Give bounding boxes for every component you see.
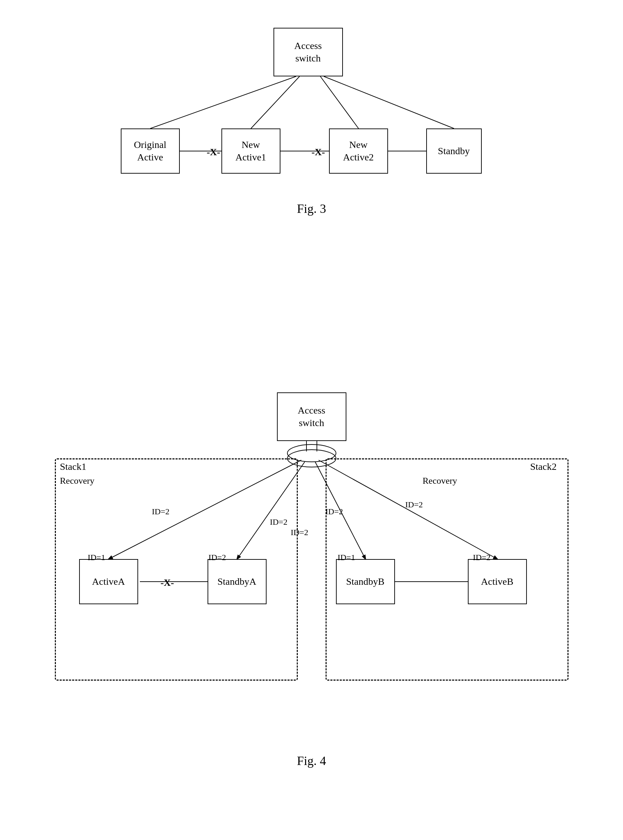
fig3-caption: Fig. 3: [297, 202, 326, 216]
fig3-access-switch-label: Access switch: [294, 40, 322, 65]
fig3-new-active1: New Active1: [221, 128, 281, 174]
fig4-id-left: ID=2: [152, 507, 170, 516]
fig4-activeA-label: ActiveA: [92, 575, 125, 588]
page: Access switch Original Active New Active…: [0, 0, 623, 840]
svg-line-2: [320, 76, 359, 128]
fig4-standbyA: StandbyA: [207, 559, 267, 604]
fig4-id-stbB: ID=1: [338, 553, 355, 562]
fig4-recovery1-label: Recovery: [60, 476, 95, 486]
fig4-activeA: ActiveA: [79, 559, 138, 604]
fig4-activeB-label: ActiveB: [481, 575, 513, 588]
fig3-standby: Standby: [426, 128, 482, 174]
fig4-x-marker: -X-: [161, 577, 174, 588]
fig3-access-switch: Access switch: [273, 28, 343, 76]
fig4-id-mid: ID=2: [291, 528, 308, 537]
svg-line-3: [324, 76, 454, 128]
fig3-x1: -X-: [207, 146, 220, 158]
fig3-orig-active-label: Original Active: [134, 138, 166, 164]
fig4-id-right: ID=2: [325, 507, 343, 516]
fig4-id-stbA: ID=2: [209, 553, 226, 562]
fig3-standby-label: Standby: [438, 145, 470, 157]
fig4-id-center: ID=2: [270, 517, 288, 527]
fig3-container: Access switch Original Active New Active…: [0, 21, 623, 216]
fig3-orig-active: Original Active: [121, 128, 180, 174]
fig4-standbyA-label: StandbyA: [218, 575, 256, 588]
fig4-id-actA: ID=1: [88, 553, 106, 562]
fig4-diagram: Stack1 Stack2 Recovery Recovery Access s…: [51, 382, 572, 746]
fig4-container: Stack1 Stack2 Recovery Recovery Access s…: [0, 382, 623, 768]
fig4-stack1-label: Stack1: [60, 461, 86, 472]
fig3-new-active2: New Active2: [329, 128, 388, 174]
fig4-caption: Fig. 4: [297, 754, 326, 768]
fig4-activeB: ActiveB: [468, 559, 527, 604]
fig4-standbyB: StandbyB: [336, 559, 395, 604]
fig4-standbyB-label: StandbyB: [346, 575, 384, 588]
fig4-recovery2-label: Recovery: [423, 476, 457, 486]
fig4-access-switch-label: Access switch: [298, 404, 325, 429]
fig3-new-active1-label: New Active1: [235, 138, 266, 164]
svg-line-1: [251, 76, 299, 128]
fig4-id-actB: ID=2: [473, 553, 491, 562]
fig3-x2: -X-: [312, 146, 325, 158]
fig3-new-active2-label: New Active2: [343, 138, 374, 164]
fig3-diagram: Access switch Original Active New Active…: [103, 21, 520, 194]
fig4-id-far: ID=2: [405, 500, 423, 509]
svg-line-0: [150, 76, 296, 128]
fig4-access-switch: Access switch: [277, 392, 346, 441]
fig4-stack2-label: Stack2: [530, 461, 557, 472]
